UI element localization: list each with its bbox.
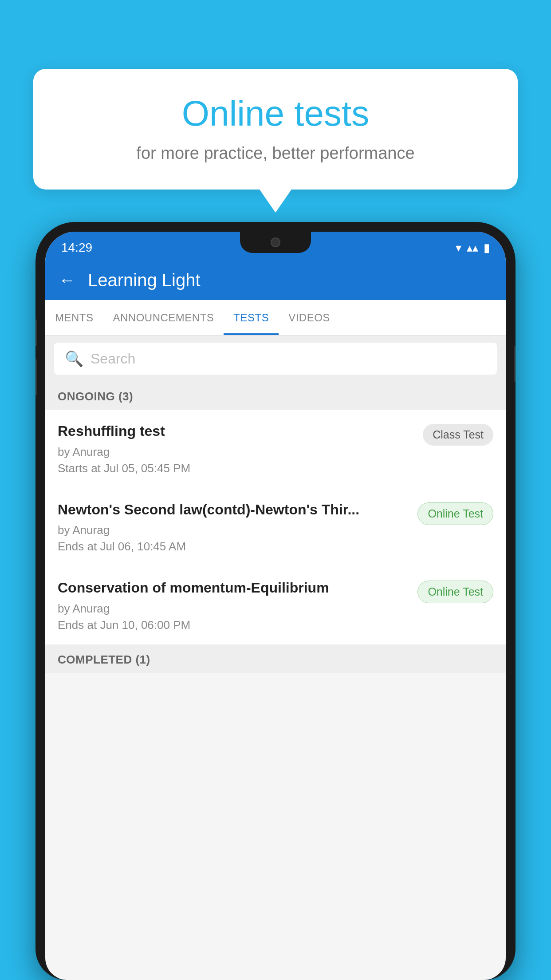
test-date: Ends at Jul 06, 10:45 AM bbox=[58, 540, 410, 553]
tabs-bar: MENTS ANNOUNCEMENTS TESTS VIDEOS bbox=[45, 300, 506, 336]
camera bbox=[271, 237, 280, 247]
power-button bbox=[514, 346, 516, 382]
test-name: Reshuffling test bbox=[58, 422, 416, 441]
test-info: Reshuffling test by Anurag Starts at Jul… bbox=[58, 422, 416, 475]
screen-content: 14:29 ▾ ▴▴ ▮ ← Learning Light MENTS ANNO… bbox=[45, 232, 506, 980]
ongoing-section-header: ONGOING (3) bbox=[45, 382, 506, 410]
app-header: ← Learning Light bbox=[45, 260, 506, 300]
wifi-icon: ▾ bbox=[456, 241, 461, 255]
test-badge-online: Online Test bbox=[417, 502, 493, 525]
phone-screen: 14:29 ▾ ▴▴ ▮ ← Learning Light MENTS ANNO… bbox=[45, 232, 506, 980]
test-badge-class: Class Test bbox=[423, 424, 493, 446]
test-by: by Anurag bbox=[58, 523, 410, 537]
tab-ments[interactable]: MENTS bbox=[45, 300, 103, 335]
search-bar[interactable]: 🔍 Search bbox=[54, 343, 497, 375]
test-name: Newton's Second law(contd)-Newton's Thir… bbox=[58, 501, 410, 519]
signal-icon: ▴▴ bbox=[467, 241, 478, 255]
test-name: Conservation of momentum-Equilibrium bbox=[58, 579, 410, 597]
status-icons: ▾ ▴▴ ▮ bbox=[456, 241, 490, 255]
bubble-subtitle: for more practice, better performance bbox=[60, 144, 491, 163]
volume-up-button bbox=[35, 320, 37, 346]
phone-frame: 14:29 ▾ ▴▴ ▮ ← Learning Light MENTS ANNO… bbox=[35, 222, 516, 980]
test-list: Reshuffling test by Anurag Starts at Jul… bbox=[45, 410, 506, 645]
test-item[interactable]: Conservation of momentum-Equilibrium by … bbox=[45, 566, 506, 645]
status-time: 14:29 bbox=[61, 241, 92, 255]
test-by: by Anurag bbox=[58, 445, 416, 459]
completed-section-header: COMPLETED (1) bbox=[45, 645, 506, 673]
test-by: by Anurag bbox=[58, 602, 410, 616]
test-item[interactable]: Newton's Second law(contd)-Newton's Thir… bbox=[45, 488, 506, 567]
test-item[interactable]: Reshuffling test by Anurag Starts at Jul… bbox=[45, 410, 506, 488]
back-button[interactable]: ← bbox=[59, 271, 75, 290]
test-info: Conservation of momentum-Equilibrium by … bbox=[58, 579, 410, 632]
tab-tests[interactable]: TESTS bbox=[224, 300, 279, 335]
tab-announcements[interactable]: ANNOUNCEMENTS bbox=[103, 300, 224, 335]
speech-bubble: Online tests for more practice, better p… bbox=[33, 69, 518, 190]
test-info: Newton's Second law(contd)-Newton's Thir… bbox=[58, 501, 410, 554]
test-badge-online-2: Online Test bbox=[417, 581, 493, 603]
notch bbox=[240, 232, 311, 253]
bubble-title: Online tests bbox=[60, 93, 491, 134]
volume-down-button bbox=[35, 360, 37, 395]
search-icon: 🔍 bbox=[65, 350, 83, 368]
tab-videos[interactable]: VIDEOS bbox=[279, 300, 340, 335]
test-date: Starts at Jul 05, 05:45 PM bbox=[58, 462, 416, 475]
search-container: 🔍 Search bbox=[45, 336, 506, 382]
test-date: Ends at Jun 10, 06:00 PM bbox=[58, 618, 410, 632]
search-placeholder: Search bbox=[91, 351, 135, 367]
app-title: Learning Light bbox=[88, 270, 201, 290]
battery-icon: ▮ bbox=[484, 241, 490, 255]
